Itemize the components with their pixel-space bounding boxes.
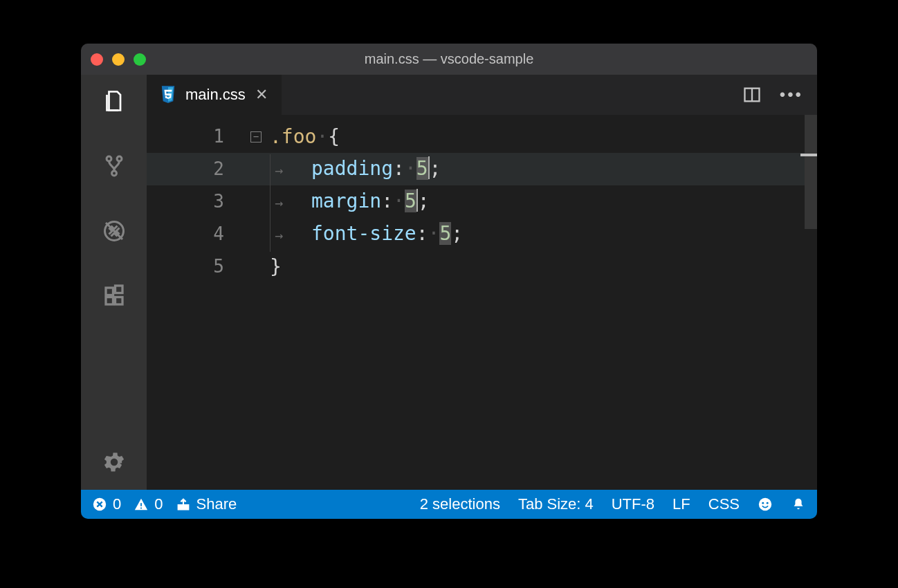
- css-file-icon: [161, 86, 176, 104]
- code-editor[interactable]: 1−.foo·{2→padding:·5;3→margin:·5;4→font-…: [147, 115, 817, 490]
- status-bar: 0 0 Share 2 selections Tab Size: 4 UTF-8…: [81, 490, 817, 519]
- svg-rect-8: [115, 286, 122, 293]
- svg-line-4: [106, 223, 122, 239]
- window-close-button[interactable]: [91, 53, 103, 66]
- warnings-count: 0: [154, 495, 163, 513]
- status-eol[interactable]: LF: [672, 495, 690, 513]
- code-line[interactable]: 2→padding:·5;: [147, 153, 817, 185]
- share-label: Share: [196, 495, 237, 513]
- code-line[interactable]: 5}: [147, 250, 817, 283]
- indent-guide: →: [270, 187, 311, 219]
- code-content[interactable]: →padding:·5;: [270, 152, 441, 187]
- window-title: main.css — vscode-sample: [81, 51, 817, 67]
- code-line[interactable]: 4→font-size:·5;: [147, 218, 817, 250]
- editor-area: main.css ✕ ••• 1−.foo·{2→padd: [147, 75, 817, 490]
- svg-point-1: [117, 156, 122, 161]
- line-number[interactable]: 1: [147, 120, 250, 153]
- status-feedback-icon[interactable]: [758, 497, 773, 512]
- extensions-icon[interactable]: [100, 282, 128, 310]
- window-body: main.css ✕ ••• 1−.foo·{2→padd: [81, 75, 817, 490]
- svg-point-15: [762, 502, 764, 504]
- line-number[interactable]: 2: [147, 153, 250, 185]
- status-tab-size[interactable]: Tab Size: 4: [518, 495, 594, 513]
- tab-close-icon[interactable]: ✕: [255, 87, 268, 102]
- fold-toggle-icon[interactable]: −: [250, 131, 262, 143]
- code-content[interactable]: }: [270, 250, 282, 283]
- activity-bar: [81, 75, 147, 490]
- code-content[interactable]: →font-size:·5;: [270, 217, 463, 252]
- text-cursor: [416, 189, 418, 212]
- indent-guide: →: [270, 154, 311, 187]
- status-encoding[interactable]: UTF-8: [612, 495, 654, 513]
- traffic-lights: [91, 53, 146, 66]
- text-cursor: [428, 156, 430, 179]
- editor-tab-main-css[interactable]: main.css ✕: [147, 75, 282, 115]
- svg-rect-5: [106, 288, 113, 295]
- source-control-icon[interactable]: [100, 152, 128, 180]
- line-number[interactable]: 5: [147, 250, 250, 283]
- scrollbar-thumb[interactable]: [805, 115, 817, 229]
- status-language[interactable]: CSS: [708, 495, 740, 513]
- svg-point-2: [111, 171, 116, 176]
- svg-rect-12: [140, 503, 142, 506]
- line-number[interactable]: 3: [147, 185, 250, 218]
- line-number[interactable]: 4: [147, 218, 250, 250]
- window-zoom-button[interactable]: [134, 53, 146, 66]
- status-warnings[interactable]: 0: [134, 495, 163, 513]
- code-line[interactable]: 1−.foo·{: [147, 120, 817, 153]
- svg-point-16: [767, 502, 769, 504]
- explorer-icon[interactable]: [100, 87, 128, 115]
- indent-guide: →: [270, 219, 311, 252]
- code-content[interactable]: .foo·{: [270, 120, 340, 153]
- status-errors[interactable]: 0: [92, 495, 121, 513]
- debug-icon[interactable]: [100, 217, 128, 245]
- svg-rect-13: [140, 508, 142, 509]
- svg-rect-7: [115, 297, 122, 305]
- tabstrip: main.css ✕ •••: [147, 75, 817, 115]
- svg-point-0: [107, 156, 111, 161]
- window-minimize-button[interactable]: [112, 53, 125, 66]
- tab-label: main.css: [185, 86, 246, 104]
- status-bell-icon[interactable]: [791, 497, 806, 512]
- code-line[interactable]: 3→margin:·5;: [147, 185, 817, 218]
- svg-point-14: [759, 498, 771, 511]
- svg-rect-6: [106, 297, 113, 305]
- code-content[interactable]: →margin:·5;: [270, 185, 430, 219]
- app-window: main.css — vscode-sample: [81, 44, 817, 519]
- scrollbar-vertical[interactable]: [805, 115, 817, 490]
- more-icon[interactable]: •••: [780, 85, 803, 104]
- errors-count: 0: [113, 495, 121, 513]
- split-editor-icon[interactable]: [742, 85, 762, 104]
- status-share[interactable]: Share: [176, 495, 237, 513]
- titlebar[interactable]: main.css — vscode-sample: [81, 44, 817, 75]
- settings-gear-icon[interactable]: [100, 448, 128, 476]
- status-selections[interactable]: 2 selections: [420, 495, 500, 513]
